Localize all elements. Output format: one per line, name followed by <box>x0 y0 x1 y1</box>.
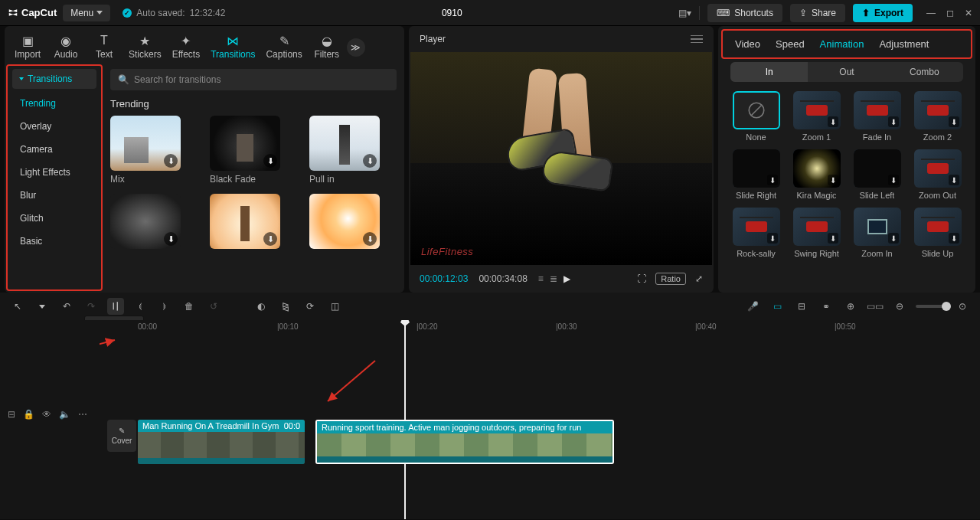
export-button[interactable]: ⬆ Export <box>853 4 913 22</box>
crop-icon[interactable]: ◫ <box>326 298 343 315</box>
split-icon[interactable]: 〢 <box>107 298 124 315</box>
sidebar-group-transitions[interactable]: Transitions <box>12 69 96 89</box>
anim-card-fade-in[interactable]: ⬇Fade In <box>851 91 903 142</box>
zoom-out-icon[interactable]: ⊖ <box>891 298 908 315</box>
anim-card-rock-sally[interactable]: ⬇Rock-sally <box>730 208 782 258</box>
clip-2[interactable]: Running sport training. Active man joggi… <box>315 420 614 464</box>
zoom-fit-icon[interactable]: ⊙ <box>954 298 971 315</box>
prev-frame-icon[interactable]: ≡ <box>538 273 544 284</box>
download-icon[interactable]: ⬇ <box>949 233 959 244</box>
play-icon[interactable]: ▶ <box>564 273 570 284</box>
anim-card-zoom-out[interactable]: ⬇Zoom Out <box>912 149 963 200</box>
anim-card-swing-right[interactable]: ⬇Swing Right <box>791 208 842 258</box>
download-icon[interactable]: ⬇ <box>949 116 959 127</box>
sidebar-item-trending[interactable]: Trending <box>8 92 101 115</box>
ratio-button[interactable]: Ratio <box>655 273 686 285</box>
pointer-mode-chevron-icon[interactable] <box>34 298 51 315</box>
rotate-icon[interactable]: ⟳ <box>302 298 318 315</box>
trim-right-icon[interactable]: ⟭ <box>156 298 173 315</box>
download-icon[interactable]: ⬇ <box>363 232 377 246</box>
download-icon[interactable]: ⬇ <box>949 175 959 185</box>
track-lock-icon[interactable]: 🔒 <box>23 409 34 420</box>
download-icon[interactable]: ⬇ <box>828 233 838 244</box>
subtab-out[interactable]: Out <box>808 62 885 82</box>
download-icon[interactable]: ⬇ <box>828 175 838 185</box>
sidebar-item-basic[interactable]: Basic <box>8 230 101 253</box>
subtab-combo[interactable]: Combo <box>886 62 963 82</box>
download-icon[interactable]: ⬇ <box>164 232 178 246</box>
player-menu-icon[interactable] <box>691 35 703 44</box>
speed-icon[interactable]: ◐ <box>253 298 270 315</box>
download-icon[interactable]: ⬇ <box>828 116 838 127</box>
transition-card[interactable]: ⬇ <box>309 194 397 252</box>
menu-button[interactable]: Menu <box>63 5 110 21</box>
close-icon[interactable]: ✕ <box>965 8 972 18</box>
transition-card[interactable]: ⬇Mix <box>110 116 198 185</box>
download-icon[interactable]: ⬇ <box>767 233 778 244</box>
tab-audio[interactable]: ◉Audio <box>47 31 84 63</box>
pointer-icon[interactable]: ↖ <box>9 298 26 315</box>
anim-card-kira-magic[interactable]: ⬇Kira Magic <box>791 149 842 200</box>
sidebar-item-light-effects[interactable]: Light Effects <box>8 161 101 184</box>
anim-card-slide-up[interactable]: ⬇Slide Up <box>912 208 963 258</box>
redo-icon[interactable]: ↷ <box>83 298 100 315</box>
anim-card-zoom-1[interactable]: ⬇Zoom 1 <box>791 91 842 142</box>
tab-import[interactable]: ▣Import <box>9 31 46 63</box>
sidebar-item-blur[interactable]: Blur <box>8 184 101 207</box>
tab-captions[interactable]: ✎Captions <box>261 31 306 63</box>
tabs-more-icon[interactable]: ≫ <box>347 38 365 57</box>
player-viewport[interactable]: LifeFitness <box>410 52 712 265</box>
download-icon[interactable]: ⬇ <box>263 154 277 168</box>
search-input[interactable]: 🔍 Search for transitions <box>110 69 397 90</box>
layout-icon[interactable]: ▤▾ <box>678 8 691 18</box>
zoom-slider[interactable] <box>916 305 946 308</box>
track-more-icon[interactable]: ⋯ <box>78 409 87 420</box>
anim-card-zoom-in[interactable]: ⬇Zoom In <box>851 208 903 258</box>
right-tab-adjustment[interactable]: Adjustment <box>879 38 929 50</box>
sidebar-item-glitch[interactable]: Glitch <box>8 207 101 230</box>
track-mute-icon[interactable]: 🔈 <box>59 409 70 420</box>
maximize-icon[interactable]: ◻ <box>946 8 954 18</box>
minimize-icon[interactable]: — <box>926 8 936 18</box>
mirror-icon[interactable]: ⧎ <box>277 298 294 315</box>
download-icon[interactable]: ⬇ <box>888 233 899 244</box>
download-icon[interactable]: ⬇ <box>888 116 899 127</box>
tab-text[interactable]: TText <box>86 31 122 63</box>
download-icon[interactable]: ⬇ <box>363 154 377 168</box>
fullscreen-icon[interactable]: ⤢ <box>695 273 703 284</box>
trim-left-icon[interactable]: ⟬ <box>132 298 149 315</box>
shortcuts-button[interactable]: ⌨ Shortcuts <box>707 4 782 22</box>
transition-card[interactable]: ⬇Pull in <box>309 116 397 185</box>
right-tab-speed[interactable]: Speed <box>776 38 805 50</box>
delete-icon[interactable]: 🗑 <box>181 298 198 315</box>
track-visible-icon[interactable]: 👁 <box>42 409 51 420</box>
clip-1[interactable]: Man Running On A Treadmill In Gym 00:0 <box>138 420 305 464</box>
preview-icon[interactable]: ▭▭ <box>867 298 884 315</box>
anim-card-slide-left[interactable]: ⬇Slide Left <box>851 149 903 200</box>
right-tab-video[interactable]: Video <box>735 38 760 50</box>
scan-icon[interactable]: ⛶ <box>637 273 646 284</box>
subtab-in[interactable]: In <box>730 62 808 82</box>
link-icon[interactable]: ⚭ <box>818 298 835 315</box>
frame-list-icon[interactable]: ≣ <box>550 273 557 284</box>
share-button[interactable]: ⇪ Share <box>790 4 845 22</box>
download-icon[interactable]: ⬇ <box>888 175 899 185</box>
right-tab-animation[interactable]: Animation <box>820 38 864 50</box>
mic-icon[interactable]: 🎤 <box>744 298 761 315</box>
sidebar-item-overlay[interactable]: Overlay <box>8 115 101 138</box>
reverse-icon[interactable]: ↺ <box>205 298 222 315</box>
anim-card-slide-right[interactable]: ⬇Slide Right <box>730 149 782 200</box>
tab-effects[interactable]: ✦Effects <box>168 31 204 63</box>
tab-stickers[interactable]: ★Stickers <box>124 31 166 63</box>
download-icon[interactable]: ⬇ <box>767 175 778 185</box>
transition-card[interactable]: ⬇Black Fade <box>210 116 297 185</box>
transition-card[interactable]: ⬇ <box>210 194 297 252</box>
download-icon[interactable]: ⬇ <box>263 232 277 246</box>
align-icon[interactable]: ⊟ <box>793 298 810 315</box>
track-collapse-icon[interactable]: ⊟ <box>8 409 15 420</box>
tab-transitions[interactable]: ⋈Transitions <box>206 31 260 63</box>
anim-card-none[interactable]: None <box>730 91 782 142</box>
download-icon[interactable]: ⬇ <box>164 154 178 168</box>
undo-icon[interactable]: ↶ <box>58 298 75 315</box>
magnet-icon[interactable]: ▭ <box>769 298 786 315</box>
